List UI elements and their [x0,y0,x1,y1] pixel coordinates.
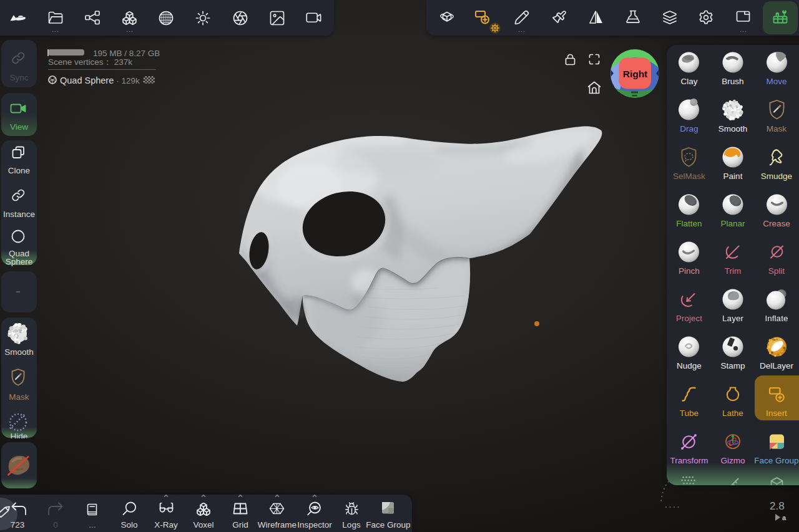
svg-text:...: ... [126,26,133,33]
svg-text:...: ... [52,26,59,33]
svg-text:a: a [782,514,787,521]
svg-text:...: ... [740,26,747,33]
svg-text:Right: Right [623,69,648,79]
svg-text:...: ... [518,26,525,33]
